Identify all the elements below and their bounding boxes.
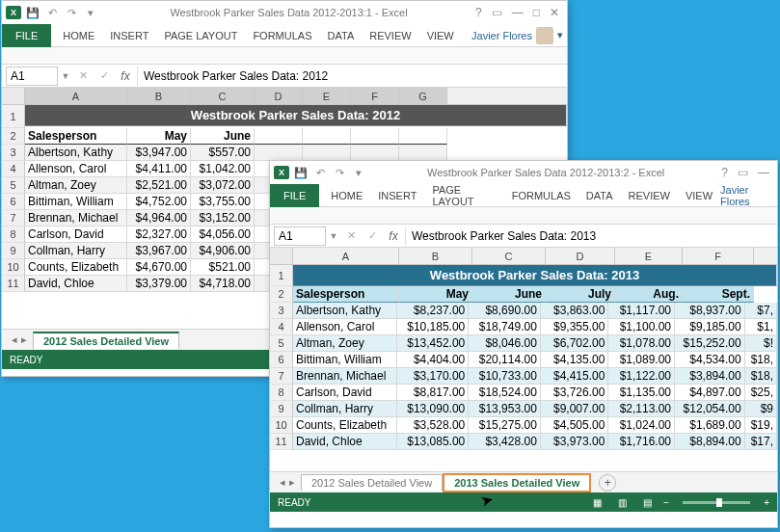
cell-may[interactable]: $8,237.00 [397,303,470,319]
cancel-formula-icon[interactable]: ✕ [341,229,361,242]
namebox-dropdown-icon[interactable]: ▼ [60,71,71,81]
cell-salesperson[interactable]: Albertson, Kathy [293,303,397,319]
cell-june[interactable]: $521.00 [191,259,255,276]
col-C[interactable]: C [191,88,255,104]
cell-june[interactable]: $10,733.00 [469,368,541,385]
col-C[interactable]: C [472,248,546,264]
cell-salesperson[interactable]: Bittiman, William [25,194,127,210]
cell-salesperson[interactable]: Brennan, Michael [293,368,397,385]
row-header[interactable]: 6 [2,194,25,210]
col-E[interactable]: E [303,88,351,104]
cell-june[interactable]: $557.00 [191,145,255,161]
name-box[interactable]: A1 [274,226,326,246]
header-salesperson[interactable]: Salesperson [25,128,127,145]
cell-aug[interactable]: $1,135.00 [608,385,675,401]
zoom-out-button[interactable]: − [663,497,669,508]
tab-next-icon[interactable]: ▸ [21,333,27,346]
zoom-in-button[interactable]: + [764,497,769,508]
cell-aug[interactable]: $1,024.00 [608,417,675,434]
row-header[interactable]: 5 [270,335,293,352]
select-all-corner[interactable] [2,88,25,104]
cell-sept[interactable]: $4,897.00 [675,385,745,401]
fx-icon[interactable]: fx [116,69,135,83]
tab-insert[interactable]: INSERT [370,190,424,201]
cell-june[interactable]: $3,072.00 [191,177,255,194]
cell-salesperson[interactable]: Carlson, David [293,385,397,401]
row-header[interactable]: 3 [270,303,293,319]
cell-salesperson[interactable]: Brennan, Michael [25,210,127,226]
account-user[interactable]: Javier Flores [720,184,777,207]
header-june[interactable]: June [191,128,255,145]
cell-july[interactable]: $9,355.00 [541,319,609,335]
page-layout-icon[interactable]: ▥ [613,497,631,508]
header-aug[interactable]: Aug. [615,286,683,303]
maximize-icon[interactable]: □ [533,6,540,19]
tab-home[interactable]: HOME [323,190,370,201]
cell-aug[interactable]: $1,078.00 [608,335,675,352]
cell-salesperson[interactable]: Carlson, David [25,226,127,243]
cell-may[interactable]: $4,964.00 [127,210,191,226]
formula-input[interactable]: Westbrook Parker Sales Data: 2013 [405,226,773,246]
tab-data[interactable]: DATA [578,190,621,201]
cell-salesperson[interactable]: Counts, Elizabeth [293,417,397,434]
tab-data[interactable]: DATA [320,30,363,41]
normal-view-icon[interactable]: ▦ [588,497,605,508]
tab-page-layout[interactable]: PAGE LAYOUT [156,30,245,41]
sheet-tab-2012[interactable]: 2012 Sales Detailed View [33,332,179,349]
cell-may[interactable]: $13,090.00 [397,401,470,417]
cell-salesperson[interactable]: Collman, Harry [25,243,127,259]
name-box[interactable]: A1 [6,66,58,86]
cell-july[interactable]: $3,726.00 [541,385,609,401]
zoom-slider[interactable] [683,501,750,504]
qat-customize-icon[interactable]: ▾ [351,165,366,180]
header-salesperson[interactable]: Salesperson [293,286,399,303]
tab-view[interactable]: VIEW [419,30,462,41]
cell-oct[interactable]: $25, [745,385,777,401]
cancel-formula-icon[interactable]: ✕ [73,69,93,82]
cell-sept[interactable]: $8,937.00 [675,303,745,319]
row-header[interactable]: 7 [2,210,25,226]
row-header[interactable]: 4 [270,319,293,335]
minimize-icon[interactable]: — [758,166,769,179]
cell-july[interactable]: $4,505.00 [541,417,609,434]
row-header[interactable]: 9 [2,243,25,259]
fx-icon[interactable]: fx [384,229,403,243]
cell-oct[interactable]: $1, [745,319,777,335]
cell-salesperson[interactable]: David, Chloe [25,276,127,292]
ribbon-options-icon[interactable]: ▭ [492,6,502,19]
cell-may[interactable]: $3,967.00 [127,243,191,259]
cell-aug[interactable]: $1,122.00 [608,368,675,385]
cell-june[interactable]: $4,718.00 [191,276,255,292]
cell-sept[interactable]: $3,894.00 [675,368,745,385]
row-header[interactable]: 6 [270,352,293,368]
row-header[interactable]: 5 [2,177,25,194]
cell-may[interactable]: $3,379.00 [127,276,191,292]
row-header[interactable]: 8 [270,385,293,401]
tab-review[interactable]: REVIEW [362,30,418,41]
cell-may[interactable]: $13,085.00 [397,434,470,450]
cell-sept[interactable]: $4,534.00 [675,352,745,368]
cell-june[interactable]: $18,524.00 [469,385,541,401]
cell-june[interactable]: $8,046.00 [469,335,541,352]
cell-july[interactable]: $9,007.00 [541,401,609,417]
row-header[interactable]: 1 [2,105,25,128]
tab-page-layout[interactable]: PAGE LAYOUT [424,184,503,207]
cell-may[interactable]: $10,185.00 [397,319,470,335]
cell-may[interactable]: $2,327.00 [127,226,191,243]
cell-may[interactable]: $4,670.00 [127,259,191,276]
account-user[interactable]: Javier Flores ▾ [471,27,567,44]
cell-june[interactable]: $3,428.00 [469,434,541,450]
col-D[interactable]: D [546,248,615,264]
row-header[interactable]: 11 [2,276,25,292]
tab-view[interactable]: VIEW [678,190,720,201]
cell-june[interactable]: $18,749.00 [469,319,541,335]
cell-oct[interactable]: $18, [745,352,777,368]
cell-oct[interactable]: $19, [745,417,777,434]
row-header[interactable]: 10 [2,259,25,276]
cell-july[interactable]: $3,863.00 [541,303,609,319]
cell-june[interactable]: $13,953.00 [469,401,541,417]
header-july[interactable]: July [546,286,615,303]
cell-may[interactable]: $4,752.00 [127,194,191,210]
cell-oct[interactable]: $7, [745,303,777,319]
tab-formulas[interactable]: FORMULAS [245,30,319,41]
